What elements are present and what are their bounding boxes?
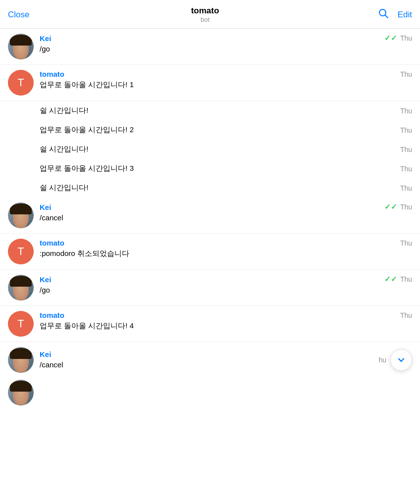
message-text: 업무로 돌아올 시간입니다! 4 bbox=[40, 320, 412, 331]
list-item: Kei ✓✓ Thu /go bbox=[0, 270, 420, 306]
list-item: 쉴 시간입니다! Thu bbox=[0, 178, 420, 198]
sender-name: Kei bbox=[40, 203, 51, 211]
avatar bbox=[8, 202, 34, 228]
header-actions: Edit bbox=[372, 8, 412, 21]
list-item: 쉴 시간입니다! Thu bbox=[0, 101, 420, 120]
message-content: Kei ✓✓ Thu /cancel bbox=[40, 202, 412, 223]
list-item: T tomato Thu :pomodoro 취소되었습니다 bbox=[0, 234, 420, 270]
messages-list: Kei ✓✓ Thu /go T tomato Thu 업무로 돌아올 시간입니… bbox=[0, 29, 420, 393]
message-time: Thu bbox=[400, 107, 412, 115]
message-text: :pomodoro 취소되었습니다 bbox=[40, 248, 412, 258]
list-item: T tomato Thu 업무로 돌아올 시간입니다! 1 bbox=[0, 65, 420, 101]
message-time: hu bbox=[378, 356, 386, 364]
read-receipt-icon: ✓✓ bbox=[384, 34, 397, 43]
sender-name: Kei bbox=[40, 34, 51, 43]
btn-area: hu bbox=[378, 349, 412, 371]
message-time: Thu bbox=[400, 70, 412, 78]
message-content: tomato Thu 업무로 돌아올 시간입니다! 4 bbox=[40, 311, 412, 331]
svg-line-1 bbox=[385, 15, 388, 18]
avatar: T bbox=[8, 311, 34, 337]
search-icon[interactable] bbox=[378, 8, 389, 21]
message-text: 업무로 돌아올 시간입니다! 3 bbox=[40, 164, 396, 173]
message-text: 업무로 돌아올 시간입니다! 1 bbox=[40, 79, 412, 90]
message-text: /go bbox=[40, 44, 412, 54]
message-text: /cancel bbox=[40, 359, 378, 370]
message-header: Kei ✓✓ Thu bbox=[40, 34, 412, 43]
list-item-partial bbox=[0, 378, 420, 393]
message-header: Kei ✓✓ Thu bbox=[40, 202, 412, 211]
list-item: Kei ✓✓ Thu /go bbox=[0, 29, 420, 65]
avatar: T bbox=[8, 70, 34, 96]
message-content: tomato Thu 업무로 돌아올 시간입니다! 1 bbox=[40, 70, 412, 90]
list-item: T tomato Thu 업무로 돌아올 시간입니다! 4 bbox=[0, 306, 420, 342]
message-time: Thu bbox=[400, 184, 412, 192]
header-title-block: tomato bot bbox=[38, 6, 372, 23]
message-text: /go bbox=[40, 285, 412, 295]
chevron-down-icon bbox=[397, 355, 406, 364]
message-time: Thu bbox=[400, 239, 412, 247]
message-content: tomato Thu :pomodoro 취소되었습니다 bbox=[40, 239, 412, 258]
message-text: 쉴 시간입니다! bbox=[40, 106, 396, 115]
message-text: /cancel bbox=[40, 212, 412, 223]
list-item: 업무로 돌아올 시간입니다! 2 Thu bbox=[0, 120, 420, 140]
message-header: Kei ✓✓ Thu bbox=[40, 275, 412, 284]
message-meta: ✓✓ Thu bbox=[384, 202, 412, 211]
message-time: Thu bbox=[400, 126, 412, 134]
message-time: Thu bbox=[400, 146, 412, 153]
message-text: 업무로 돌아올 시간입니다! 2 bbox=[40, 125, 396, 135]
sender-name: tomato bbox=[40, 239, 64, 247]
message-meta: Thu bbox=[400, 70, 412, 78]
list-item: Kei ✓✓ Thu /cancel bbox=[0, 198, 420, 234]
message-content: Kei ✓✓ Thu /go bbox=[40, 34, 412, 54]
sender-name: tomato bbox=[40, 311, 64, 319]
list-item: 쉴 시간입니다! Thu bbox=[0, 140, 420, 159]
message-header: tomato Thu bbox=[40, 70, 412, 78]
message-time: Thu bbox=[400, 275, 412, 283]
message-content: Kei ✓✓ Thu /go bbox=[40, 275, 412, 295]
chat-subtitle: bot bbox=[38, 16, 372, 23]
message-time: Thu bbox=[400, 165, 412, 173]
message-header: tomato Thu bbox=[40, 239, 412, 247]
scroll-down-button[interactable] bbox=[390, 349, 412, 371]
message-time: Thu bbox=[400, 34, 412, 42]
message-header: Kei bbox=[40, 350, 378, 358]
avatar bbox=[8, 380, 34, 405]
message-text: 쉴 시간입니다! bbox=[40, 183, 396, 193]
message-header: tomato Thu bbox=[40, 311, 412, 319]
edit-button[interactable]: Edit bbox=[398, 10, 412, 20]
close-button[interactable]: Close bbox=[8, 10, 38, 20]
chat-title: tomato bbox=[38, 6, 372, 16]
sender-name: Kei bbox=[40, 275, 51, 284]
read-receipt-icon: ✓✓ bbox=[384, 202, 397, 211]
avatar bbox=[8, 347, 34, 373]
message-time: Thu bbox=[400, 203, 412, 211]
header: Close tomato bot Edit bbox=[0, 0, 420, 29]
avatar bbox=[8, 275, 34, 301]
list-item: Kei /cancel hu bbox=[0, 342, 420, 378]
avatar bbox=[8, 34, 34, 59]
read-receipt-icon: ✓✓ bbox=[384, 275, 397, 284]
message-meta: ✓✓ Thu bbox=[384, 275, 412, 284]
message-content: Kei /cancel bbox=[40, 350, 378, 370]
message-text: 쉴 시간입니다! bbox=[40, 145, 396, 154]
sender-name: Kei bbox=[40, 350, 51, 358]
message-meta: Thu bbox=[400, 311, 412, 319]
message-meta: Thu bbox=[400, 239, 412, 247]
sender-name: tomato bbox=[40, 70, 64, 78]
message-meta: ✓✓ Thu bbox=[384, 34, 412, 43]
message-time: Thu bbox=[400, 311, 412, 319]
avatar: T bbox=[8, 239, 34, 264]
list-item: 업무로 돌아올 시간입니다! 3 Thu bbox=[0, 159, 420, 178]
